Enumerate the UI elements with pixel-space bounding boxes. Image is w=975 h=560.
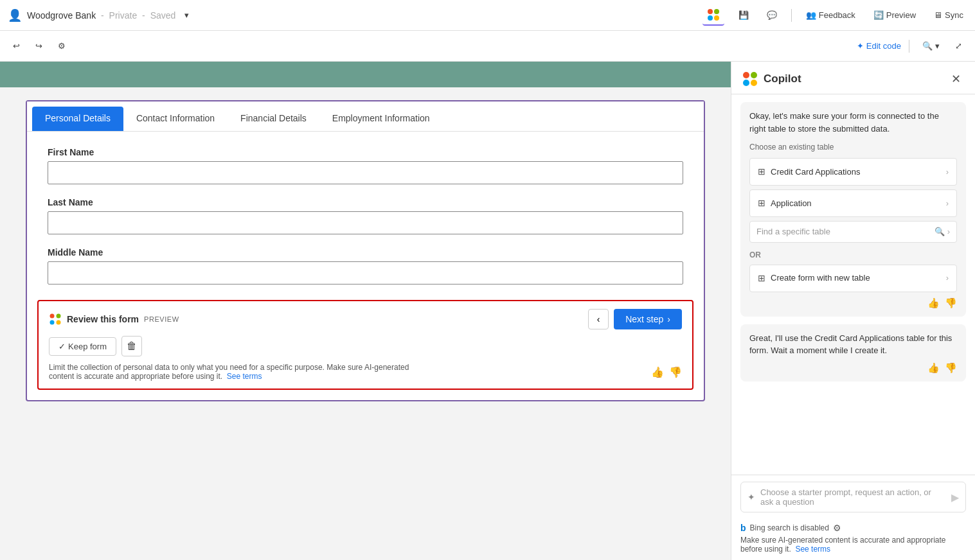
topbar: 👤 Woodgrove Bank - Private - Saved ▾ 💾 💬 xyxy=(0,0,975,31)
separator xyxy=(791,9,792,22)
thumbs-down-btn[interactable]: 👎 xyxy=(669,366,682,378)
sync-icon: 🖥 xyxy=(934,10,942,20)
create-table-option[interactable]: ⊞ Create form with new table › xyxy=(749,265,957,292)
feedback-btn[interactable]: 👥 Feedback xyxy=(802,8,859,22)
dropdown-btn[interactable]: ▾ xyxy=(181,8,193,22)
form-body: First Name Last Name Middle Name xyxy=(27,132,704,300)
chevron-right-icon: › xyxy=(946,166,949,179)
bing-settings-icon[interactable]: ⚙ xyxy=(833,523,841,533)
msg1-thumbs-up-btn[interactable]: 👍 xyxy=(927,297,940,309)
check-icon: ✓ xyxy=(58,342,66,351)
copilot-close-btn[interactable]: ✕ xyxy=(947,71,965,87)
last-name-input[interactable] xyxy=(48,211,683,234)
form-header-bar xyxy=(0,62,731,87)
prev-step-btn[interactable]: ‹ xyxy=(588,309,609,329)
form-container: Personal Details Contact Information Fin… xyxy=(26,100,705,401)
copilot-header: Copilot ✕ xyxy=(731,62,975,94)
canvas-area: Personal Details Contact Information Fin… xyxy=(0,62,731,560)
svg-point-0 xyxy=(708,9,713,14)
next-step-btn[interactable]: Next step › xyxy=(614,309,682,329)
comment-icon: 💬 xyxy=(767,10,777,20)
or-divider: OR xyxy=(749,247,957,265)
review-banner: Review this form PREVIEW ‹ Next step › ✓ xyxy=(37,300,693,390)
comment-btn[interactable]: 💬 xyxy=(763,8,781,22)
chevron-right-icon-3: › xyxy=(946,272,949,284)
tab-contact-information[interactable]: Contact Information xyxy=(123,107,228,131)
svg-point-7 xyxy=(57,320,61,325)
topbar-left: 👤 Woodgrove Bank - Private - Saved ▾ xyxy=(8,8,697,22)
tab-financial-details[interactable]: Financial Details xyxy=(228,107,319,131)
bing-see-terms-link[interactable]: See terms xyxy=(795,545,830,554)
middle-name-input[interactable] xyxy=(48,261,683,284)
copilot-mini-icon xyxy=(49,313,62,326)
credit-card-table-option[interactable]: ⊞ Credit Card Applications › xyxy=(749,158,957,186)
topbar-right: 💾 💬 👥 Feedback 🔄 Preview 🖥 Sync xyxy=(702,5,967,26)
svg-point-8 xyxy=(743,72,749,78)
msg1-thumbs-down-btn[interactable]: 👎 xyxy=(945,297,957,309)
spark-btn[interactable]: ✦ xyxy=(747,492,755,502)
keep-form-btn[interactable]: ✓ Keep form xyxy=(49,337,116,356)
user-icon: 👤 xyxy=(8,8,22,22)
copilot-message-1: Okay, let's make sure your form is conne… xyxy=(740,102,966,317)
svg-point-6 xyxy=(50,320,55,325)
delete-form-btn[interactable]: 🗑 xyxy=(121,336,142,356)
copilot-message-2: Great, I'll use the Credit Card Applicat… xyxy=(740,324,966,381)
find-table-row[interactable]: Find a specific table 🔍 › xyxy=(749,221,957,243)
edit-code-btn[interactable]: ✦ Edit code xyxy=(857,41,901,51)
copilot-messages: Okay, let's make sure your form is conne… xyxy=(731,94,975,475)
svg-point-3 xyxy=(714,15,719,21)
zoom-btn[interactable]: 🔍 ▾ xyxy=(917,39,945,53)
find-table-text: Find a specific table xyxy=(756,225,830,238)
form-tabs: Personal Details Contact Information Fin… xyxy=(27,101,704,132)
message-1-votes: 👍 👎 xyxy=(749,297,957,309)
tab-employment-information[interactable]: Employment Information xyxy=(319,107,443,131)
svg-point-10 xyxy=(743,80,749,86)
review-header: Review this form PREVIEW ‹ Next step › xyxy=(49,309,682,329)
search-icon: 🔍 xyxy=(935,225,945,238)
message-2-votes: 👍 👎 xyxy=(749,362,957,374)
ms365-logo-icon xyxy=(706,8,720,22)
svg-point-1 xyxy=(714,9,719,14)
svg-point-9 xyxy=(751,72,757,78)
save-btn[interactable]: 💾 xyxy=(735,8,753,22)
msg2-thumbs-up-btn[interactable]: 👍 xyxy=(927,362,940,374)
redo-btn[interactable]: ↪ xyxy=(30,39,48,53)
svg-point-4 xyxy=(50,314,55,319)
review-footer: Limit the collection of personal data to… xyxy=(49,363,682,381)
preview-badge: PREVIEW xyxy=(144,315,179,323)
see-terms-link[interactable]: See terms xyxy=(227,372,262,381)
application-table-option[interactable]: ⊞ Application › xyxy=(749,189,957,217)
review-title: Review this form PREVIEW xyxy=(49,313,179,326)
expand-icon: ⤢ xyxy=(955,41,962,51)
chevron-right-icon: › xyxy=(667,314,670,324)
separator xyxy=(909,40,909,53)
bing-icon: b xyxy=(740,523,746,533)
zoom-icon: 🔍 xyxy=(922,41,933,51)
undo-icon: ↩ xyxy=(13,41,20,51)
bing-disabled-text: Bing search is disabled xyxy=(750,523,829,532)
sync-btn[interactable]: 🖥 Sync xyxy=(930,8,967,22)
preview-btn[interactable]: 🔄 Preview xyxy=(870,8,920,22)
choose-table-label: Choose an existing table xyxy=(749,141,957,153)
vscode-icon: ✦ xyxy=(857,41,864,51)
copilot-input-placeholder: Choose a starter prompt, request an acti… xyxy=(760,487,946,507)
msg2-thumbs-down-btn[interactable]: 👎 xyxy=(945,362,957,374)
copilot-panel: Copilot ✕ Okay, let's make sure your for… xyxy=(731,62,975,560)
copilot-send-btn[interactable]: ▶ xyxy=(951,491,959,503)
last-name-field: Last Name xyxy=(48,197,683,234)
first-name-input[interactable] xyxy=(48,161,683,184)
expand-btn[interactable]: ⤢ xyxy=(950,39,967,53)
tab-personal-details[interactable]: Personal Details xyxy=(32,107,123,131)
connect-btn[interactable]: ⚙ xyxy=(53,39,71,53)
topbar-title: Woodgrove Bank - Private - Saved xyxy=(27,10,175,21)
review-votes: 👍 👎 xyxy=(651,366,682,378)
toolbar2-right: ✦ Edit code 🔍 ▾ ⤢ xyxy=(857,39,967,53)
undo-btn[interactable]: ↩ xyxy=(8,39,25,53)
ms365-btn[interactable] xyxy=(702,5,724,26)
first-name-field: First Name xyxy=(48,147,683,184)
middle-name-label: Middle Name xyxy=(48,247,683,258)
thumbs-up-btn[interactable]: 👍 xyxy=(651,366,664,378)
copilot-input-box[interactable]: ✦ Choose a starter prompt, request an ac… xyxy=(740,482,966,512)
review-note: Limit the collection of personal data to… xyxy=(49,363,434,381)
copilot-title: Copilot xyxy=(742,71,801,87)
